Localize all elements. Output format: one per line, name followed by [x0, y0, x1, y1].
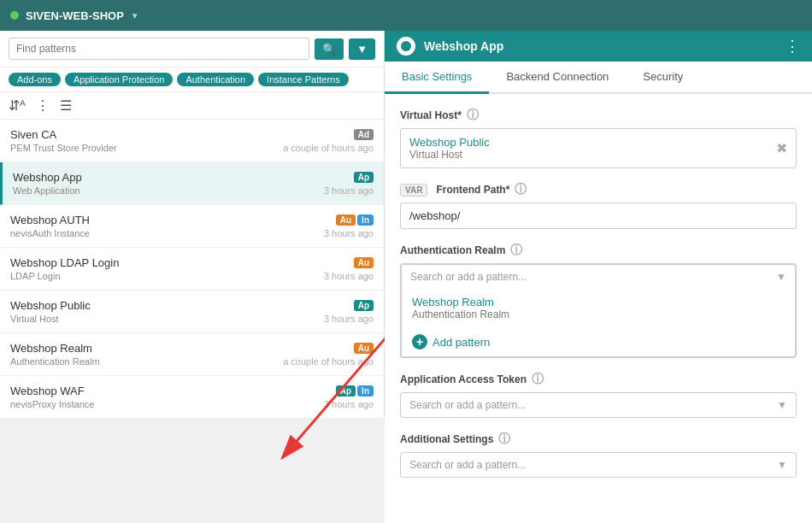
item-name: Webshop App — [13, 171, 82, 184]
more-options-icon[interactable]: ⋮ — [785, 37, 800, 56]
auth-realm-row: Authentication Realm ⓘ Search or add a p… — [400, 243, 797, 358]
auth-realm-dropdown-item[interactable]: Webshop Realm Authentication Realm — [402, 289, 795, 327]
right-panel: Webshop App ⋮ Basic Settings Backend Con… — [385, 31, 812, 523]
frontend-path-label: VAR Frontend Path* ⓘ — [400, 182, 797, 197]
virtual-host-row: Virtual Host* ⓘ Webshop Public Virtual H… — [400, 108, 797, 168]
list-controls: ⇵ᴬ ⋮ ☰ — [0, 92, 384, 120]
item-type: Authentication Realm — [10, 356, 100, 367]
workspace-title: SIVEN-WEB-SHOP — [26, 9, 124, 22]
additional-settings-input[interactable]: Search or add a pattern... ▼ — [400, 452, 797, 478]
item-type: PEM Trust Store Provider — [10, 143, 117, 153]
tag-authentication[interactable]: Authentication — [177, 73, 254, 86]
form-area: Virtual Host* ⓘ Webshop Public Virtual H… — [385, 94, 812, 523]
right-header: Webshop App ⋮ — [385, 31, 812, 62]
list-item[interactable]: Siven CA Ad PEM Trust Store Provider a c… — [0, 120, 384, 162]
item-time: 3 hours ago — [324, 271, 374, 281]
auth-realm-help-icon[interactable]: ⓘ — [510, 243, 522, 258]
auth-realm-dropdown-arrow: ▼ — [776, 271, 786, 283]
virtual-host-help-icon[interactable]: ⓘ — [467, 108, 479, 123]
workspace-dropdown-arrow[interactable]: ▼ — [131, 11, 139, 21]
item-name: Webshop WAF — [10, 385, 85, 397]
more-icon[interactable]: ⋮ — [36, 97, 50, 114]
search-bar: 🔍 ▼ — [0, 31, 384, 68]
auth-realm-search-input[interactable]: Search or add a pattern... ▼ — [401, 264, 796, 289]
badge-ap: Ap — [336, 385, 356, 397]
item-type: nevisProxy Instance — [10, 399, 94, 409]
tag-instance-patterns[interactable]: Instance Patterns — [258, 73, 349, 86]
auth-realm-label: Authentication Realm ⓘ — [400, 243, 797, 258]
app-access-token-help-icon[interactable]: ⓘ — [532, 372, 544, 387]
list-view-icon[interactable]: ☰ — [60, 97, 72, 114]
status-dot — [10, 11, 19, 20]
left-panel: 🔍 ▼ Add-ons Application Protection Authe… — [0, 31, 385, 419]
badge-ap: Ap — [354, 300, 374, 311]
item-time: 3 hours ago — [324, 185, 374, 196]
list-item[interactable]: Webshop WAF Ap In nevisProxy Instance 3 … — [0, 376, 384, 419]
app-access-token-input[interactable]: Search or add a pattern... ▼ — [400, 392, 797, 418]
virtual-host-type: Virtual Host — [409, 149, 490, 161]
additional-settings-label: Additional Settings ⓘ — [400, 432, 797, 447]
virtual-host-content: Webshop Public Virtual Host — [409, 136, 490, 161]
top-bar: SIVEN-WEB-SHOP ▼ — [0, 0, 812, 31]
search-input[interactable] — [9, 38, 309, 60]
item-type: Virtual Host — [10, 314, 59, 324]
var-badge: VAR — [400, 184, 427, 197]
app-access-token-row: Application Access Token ⓘ Search or add… — [400, 372, 797, 418]
auth-realm-dropdown: Search or add a pattern... ▼ Webshop Rea… — [400, 263, 797, 358]
tabs: Basic Settings Backend Connection Securi… — [385, 62, 812, 94]
virtual-host-name: Webshop Public — [409, 136, 490, 149]
frontend-path-help-icon[interactable]: ⓘ — [515, 182, 527, 197]
badge-au: Au — [354, 343, 374, 354]
item-name: Siven CA — [10, 128, 56, 141]
item-type: nevisAuth Instance — [10, 228, 90, 238]
item-name: Webshop Realm — [10, 342, 92, 355]
remove-virtual-host-button[interactable]: ✖ — [776, 140, 787, 156]
filter-button[interactable]: ▼ — [349, 38, 375, 60]
item-name: Webshop Public — [10, 299, 91, 312]
list-item[interactable]: Webshop LDAP Login Au LDAP Login 3 hours… — [0, 248, 384, 291]
add-circle-icon: + — [412, 334, 427, 350]
additional-settings-help-icon[interactable]: ⓘ — [498, 432, 510, 447]
virtual-host-box: Webshop Public Virtual Host ✖ — [400, 128, 797, 168]
tab-security[interactable]: Security — [626, 62, 700, 94]
virtual-host-label: Virtual Host* ⓘ — [400, 108, 797, 123]
item-type: Web Application — [13, 185, 80, 196]
frontend-path-input[interactable] — [400, 203, 797, 229]
realm-item-type: Authentication Realm — [412, 309, 785, 320]
additional-settings-row: Additional Settings ⓘ Search or add a pa… — [400, 432, 797, 478]
list-item[interactable]: Webshop App Ap Web Application 3 hours a… — [0, 162, 384, 205]
app-title: Webshop App — [424, 39, 776, 53]
app-access-token-label: Application Access Token ⓘ — [400, 372, 797, 387]
list-item[interactable]: Webshop Realm Au Authentication Realm a … — [0, 333, 384, 376]
auth-realm-dropdown-list: Webshop Realm Authentication Realm + Add… — [401, 289, 796, 357]
badge-ap: Ap — [354, 172, 374, 183]
items-list: Siven CA Ad PEM Trust Store Provider a c… — [0, 120, 384, 419]
tag-app-protection[interactable]: Application Protection — [65, 73, 173, 86]
additional-settings-dropdown[interactable]: Search or add a pattern... ▼ — [400, 452, 797, 478]
additional-settings-arrow: ▼ — [777, 459, 787, 471]
list-item[interactable]: Webshop Public Ap Virtual Host 3 hours a… — [0, 291, 384, 333]
add-pattern-button[interactable]: + Add pattern — [402, 327, 795, 356]
item-name: Webshop LDAP Login — [10, 256, 119, 269]
badge-in: In — [357, 214, 374, 226]
realm-item-name: Webshop Realm — [412, 296, 785, 309]
filter-tags: Add-ons Application Protection Authentic… — [0, 68, 384, 92]
item-time: a couple of hours ago — [283, 356, 374, 367]
app-access-token-arrow: ▼ — [777, 399, 787, 411]
item-time: 3 hours ago — [324, 399, 374, 409]
item-time: 3 hours ago — [324, 314, 374, 324]
item-type: LDAP Login — [10, 271, 61, 281]
tab-backend-connection[interactable]: Backend Connection — [489, 62, 626, 94]
list-item[interactable]: Webshop AUTH Au In nevisAuth Instance 3 … — [0, 205, 384, 248]
badge-au: Au — [354, 257, 374, 268]
app-access-token-dropdown[interactable]: Search or add a pattern... ▼ — [400, 392, 797, 418]
item-time: 3 hours ago — [324, 228, 374, 238]
item-name: Webshop AUTH — [10, 214, 90, 226]
tag-addons[interactable]: Add-ons — [9, 73, 61, 86]
search-button[interactable]: 🔍 — [315, 38, 344, 60]
badge-au: Au — [336, 214, 356, 226]
sort-icon[interactable]: ⇵ᴬ — [9, 97, 26, 114]
tab-basic-settings[interactable]: Basic Settings — [385, 62, 489, 94]
badge-in: In — [357, 385, 374, 397]
frontend-path-row: VAR Frontend Path* ⓘ — [400, 182, 797, 229]
